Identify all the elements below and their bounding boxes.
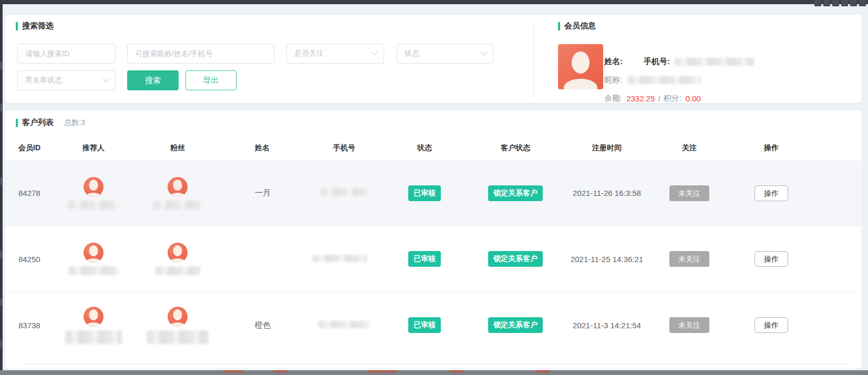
page-background: 搜索筛选 是否关注 状态 黑名单状态 搜索 导出 (3, 4, 868, 370)
member-balance-line: 余额: 2332.25 / 积分: 0.00 (604, 93, 701, 103)
referrer-cell (63, 243, 124, 275)
nickname-label: 昵称: (604, 75, 622, 85)
col-header-name: 姓名 (231, 143, 302, 153)
name-cell: 一月 (231, 188, 302, 198)
table-row: 84278 一月 已审核 锁定关系客户 2021-11-26 16:3:58 未… (5, 160, 862, 226)
member-id-cell: 83738 (18, 321, 63, 330)
select-placeholder: 黑名单状态 (25, 76, 62, 85)
col-header-register-time: 注册时间 (568, 143, 646, 153)
redacted-referrer-name (68, 266, 119, 275)
register-time-cell: 2021-11-26 16:3:58 (568, 189, 646, 197)
chevron-down-icon (481, 48, 488, 55)
follow-badge: 未关注 (669, 251, 709, 267)
name-cell: 橙色 (231, 320, 302, 330)
customer-list-title: 客户列表 总数:3 (16, 118, 85, 128)
table-header: 会员ID 推荐人 粉丝 姓名 手机号 状态 客户状态 注册时间 关注 操作 (5, 138, 862, 159)
table-bottom-divider (21, 363, 849, 364)
avatar (168, 307, 188, 327)
redacted-fan-name (155, 266, 200, 275)
col-header-follow: 关注 (646, 143, 733, 153)
fan-cell (124, 243, 231, 275)
col-header-action: 操作 (733, 143, 810, 153)
redacted-fan-name (147, 330, 209, 344)
avatar (168, 243, 188, 263)
avatar-person-icon (173, 245, 182, 256)
blacklist-status-select[interactable]: 黑名单状态 (17, 70, 116, 90)
col-header-referrer: 推荐人 (63, 143, 124, 153)
screen: 搜索筛选 是否关注 状态 黑名单状态 搜索 导出 (0, 0, 868, 375)
avatar (84, 177, 104, 197)
fan-cell (124, 177, 231, 210)
filter-and-member-card: 搜索筛选 是否关注 状态 黑名单状态 搜索 导出 (5, 15, 862, 103)
search-id-input[interactable] (17, 44, 116, 64)
customer-status-badge: 锁定关系客户 (488, 185, 543, 201)
member-name-phone-line: 姓名: 手机号: (604, 57, 754, 67)
redacted-phone-value (674, 58, 754, 66)
redacted-phone (312, 255, 367, 262)
follow-status-select[interactable]: 是否关注 (286, 44, 384, 64)
register-time-cell: 2021-11-3 14:21:54 (568, 321, 646, 330)
customer-status-badge: 锁定关系客户 (488, 251, 543, 267)
register-time-cell: 2021-11-25 14:36:21 (568, 255, 646, 264)
window-top-edge (0, 0, 868, 4)
balance-value: 2332.25 (626, 94, 655, 103)
chevron-down-icon (371, 48, 378, 55)
customer-status-badge: 锁定关系客户 (488, 317, 543, 333)
points-label: 积分: (664, 93, 681, 103)
avatar-person-icon (173, 309, 182, 320)
window-bottom-edge (0, 370, 868, 375)
phone-label: 手机号: (644, 57, 670, 67)
status-badge: 已审核 (408, 251, 441, 267)
name-label: 姓名: (604, 57, 623, 67)
referrer-cell (63, 307, 124, 344)
avatar-person-icon (572, 51, 590, 74)
status-badge: 已审核 (408, 317, 441, 333)
chevron-down-icon (103, 75, 110, 82)
customer-list-card: 客户列表 总数:3 会员ID 推荐人 粉丝 姓名 手机号 状态 客户状态 注册时… (5, 110, 862, 369)
total-count: 总数:3 (64, 118, 85, 128)
table-row: 84250 已审核 锁定关系客户 2021-11-25 14:36:21 未关注… (5, 226, 862, 291)
col-header-fans: 粉丝 (124, 143, 231, 153)
member-info-title: 会员信息 (558, 21, 596, 31)
action-button[interactable]: 操作 (755, 317, 788, 333)
status-badge: 已审核 (408, 185, 441, 201)
points-value: 0.00 (686, 94, 701, 103)
redacted-phone (320, 189, 368, 196)
follow-badge: 未关注 (669, 317, 709, 333)
status-select[interactable]: 状态 (397, 44, 493, 64)
clipped-content-fragment (814, 0, 866, 7)
fan-cell (124, 307, 231, 344)
col-header-status: 状态 (386, 143, 463, 153)
redacted-fan-name (153, 201, 202, 210)
accent-bar (16, 22, 18, 30)
col-header-customer-status: 客户状态 (463, 143, 568, 153)
action-button[interactable]: 操作 (755, 185, 788, 201)
redacted-nickname-value (627, 76, 701, 84)
panel-divider (533, 20, 534, 98)
export-button[interactable]: 导出 (185, 70, 236, 90)
panel-title: 客户列表 (22, 118, 54, 128)
avatar-person-icon (89, 309, 98, 320)
avatar-person-icon (89, 245, 98, 256)
accent-bar (558, 22, 560, 30)
keyword-search-input[interactable] (127, 44, 274, 64)
search-filter-title: 搜索筛选 (16, 21, 54, 31)
member-avatar (558, 44, 603, 89)
avatar (168, 177, 188, 197)
panel-title: 搜索筛选 (22, 21, 54, 31)
select-placeholder: 状态 (405, 49, 419, 58)
search-button[interactable]: 搜索 (127, 70, 179, 90)
avatar (84, 307, 104, 327)
panel-title: 会员信息 (564, 21, 596, 31)
action-button[interactable]: 操作 (755, 251, 788, 267)
redacted-referrer-name (68, 201, 119, 210)
separator: / (658, 94, 660, 103)
avatar (84, 243, 104, 263)
avatar-person-icon (173, 180, 182, 191)
redacted-referrer-name (65, 330, 122, 344)
select-placeholder: 是否关注 (294, 49, 324, 58)
redacted-phone (318, 321, 370, 328)
accent-bar (16, 119, 18, 127)
follow-badge: 未关注 (669, 185, 709, 201)
member-id-cell: 84250 (18, 255, 63, 264)
